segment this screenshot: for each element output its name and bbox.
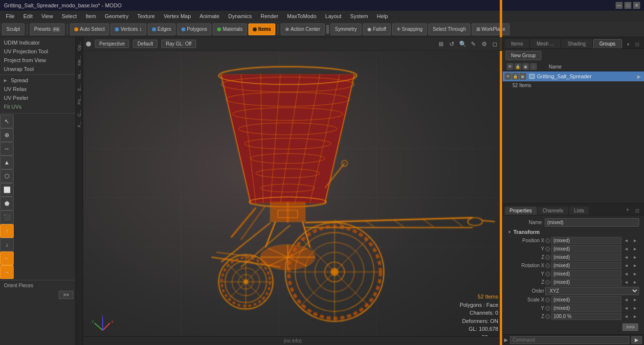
tool-hex[interactable]: ⬡ [0, 169, 14, 183]
uv-projection-tool-item[interactable]: UV Projection Tool [0, 47, 75, 56]
order-select[interactable]: XYZ [545, 287, 639, 295]
item-row-spreader[interactable]: 👁 🔒 ▣ Gritting_Salt_Spreader ▶ [503, 71, 644, 82]
scale-y-radio[interactable] [545, 306, 550, 311]
tool-up[interactable]: ↑ [0, 224, 14, 238]
viewport-icon-1[interactable]: ⊞ [437, 40, 445, 48]
spread-item[interactable]: ▶Spread [0, 76, 75, 85]
menu-layout[interactable]: Layout [321, 12, 345, 20]
tool-down[interactable]: ↓ [0, 238, 14, 252]
menu-vertex-map[interactable]: Vertex Map [160, 12, 195, 20]
position-y-dec[interactable]: ▸ [631, 246, 639, 252]
scale-z-inc[interactable]: ◂ [622, 313, 630, 320]
polygons-button[interactable]: Polygons [177, 23, 211, 35]
strip-label-ve[interactable]: Ve... [76, 69, 82, 81]
select-through-button[interactable]: Select Through [428, 23, 470, 35]
viewport-canvas[interactable]: X Y Z 52 Items Polygons : Face Channels:… [83, 51, 502, 345]
tool-poly[interactable]: ⬟ [0, 197, 14, 210]
tool-left[interactable]: ← [0, 252, 14, 265]
name-input[interactable] [545, 218, 639, 227]
unwrap-tool-item[interactable]: Unwrap Tool [0, 65, 75, 73]
position-x-dec[interactable]: ▸ [631, 237, 639, 244]
viewport-icon-3[interactable]: 🔍 [458, 40, 467, 48]
fit-uvs-item[interactable]: Fit UVs [0, 102, 75, 111]
item-render-icon[interactable]: ▣ [519, 73, 526, 80]
auto-select-button[interactable]: Auto Select [70, 23, 109, 35]
workplane-button[interactable]: ⊞ WorkPlane [472, 23, 510, 35]
ray-gl-button[interactable]: Ray GL: Off [161, 40, 196, 48]
rotation-x-input[interactable] [551, 262, 622, 269]
scale-y-input[interactable] [551, 304, 622, 312]
expand-props-btn[interactable]: ⊡ [632, 207, 642, 215]
menu-help[interactable]: Help [373, 12, 392, 20]
sculpt-button[interactable]: Sculpt [2, 23, 24, 35]
rotation-y-dec[interactable]: ▸ [631, 271, 639, 277]
scale-x-input[interactable] [551, 296, 622, 303]
minimize-button[interactable]: — [616, 2, 622, 9]
rotation-x-radio[interactable] [545, 263, 550, 268]
tool-move[interactable]: ↔ [0, 142, 14, 156]
tab-expand[interactable]: ⊡ [632, 40, 642, 48]
uv-relax-item[interactable]: UV Relax [0, 85, 75, 93]
presets-button[interactable]: Presets F6 [30, 23, 65, 35]
tab-lists[interactable]: Lists [569, 207, 589, 215]
uv-peeler-item[interactable]: UV Peeler [0, 93, 75, 102]
menu-render[interactable]: Render [257, 12, 282, 20]
eye-col-icon[interactable]: 👁 [507, 63, 513, 70]
strip-label-me[interactable]: Me... [76, 54, 82, 68]
items-button[interactable]: Items [248, 23, 275, 35]
tab-channels[interactable]: Channels [538, 207, 568, 215]
position-x-radio[interactable] [545, 238, 550, 243]
menu-item[interactable]: Item [82, 12, 100, 20]
menu-animate[interactable]: Animate [196, 12, 223, 20]
position-z-inc[interactable]: ◂ [622, 254, 630, 260]
tab-groups[interactable]: Groups [593, 39, 622, 48]
rotation-y-input[interactable] [551, 270, 622, 277]
viewport-icon-2[interactable]: ↺ [447, 40, 456, 48]
rotation-z-input[interactable] [551, 278, 622, 286]
position-x-inc[interactable]: ◂ [622, 237, 630, 244]
tab-shading[interactable]: Shading [561, 39, 592, 48]
position-y-inc[interactable]: ◂ [622, 246, 630, 252]
default-button[interactable]: Default [133, 40, 157, 48]
rotation-z-dec[interactable]: ▸ [631, 279, 639, 285]
tool-fill[interactable]: ⬛ [0, 210, 14, 224]
close-button[interactable]: ✕ [633, 2, 640, 9]
tool-rotate[interactable]: ⊕ [0, 128, 14, 142]
tool-rect[interactable]: ⬜ [0, 183, 14, 197]
viewport-icon-6[interactable]: ◻ [490, 40, 499, 48]
item-lock-icon[interactable]: 🔒 [512, 73, 519, 80]
menu-file[interactable]: File [2, 12, 19, 20]
lock-col-icon[interactable]: 🔒 [514, 63, 521, 70]
viewport-icon-4[interactable]: ✎ [469, 40, 478, 48]
udim-indicator-item[interactable]: UDIM Indicator [0, 38, 75, 47]
rotation-x-inc[interactable]: ◂ [622, 262, 630, 269]
rotation-x-dec[interactable]: ▸ [631, 262, 639, 269]
rotation-z-inc[interactable]: ◂ [622, 279, 630, 285]
symmetry-button[interactable]: Symmetry [331, 23, 361, 35]
viewport[interactable]: Perspective Default Ray GL: Off ⊞ ↺ 🔍 ✎ … [83, 37, 502, 345]
menu-texture[interactable]: Texture [133, 12, 159, 20]
expand-btn[interactable]: >> [59, 291, 73, 299]
tool-scale[interactable]: ▲ [0, 156, 14, 169]
scale-z-dec[interactable]: ▸ [631, 313, 639, 320]
maximize-button[interactable]: □ [624, 2, 631, 9]
scale-x-dec[interactable]: ▸ [631, 297, 639, 303]
position-y-input[interactable] [551, 245, 622, 253]
rotation-z-radio[interactable] [545, 280, 550, 285]
strip-label-f[interactable]: F... [76, 119, 82, 129]
tab-properties[interactable]: Properties [505, 207, 537, 215]
render-col-icon[interactable]: ▣ [522, 63, 529, 70]
action-center-button[interactable]: ⊕ Action Center [281, 23, 325, 35]
rotation-y-radio[interactable] [545, 272, 550, 276]
item-expand-btn[interactable]: ▶ [636, 74, 642, 79]
item-eye-icon[interactable]: 👁 [505, 73, 511, 80]
tool-right[interactable]: → [0, 265, 14, 279]
strip-label-op[interactable]: Op... [76, 39, 82, 53]
scale-z-input[interactable] [551, 313, 622, 320]
rotation-y-inc[interactable]: ◂ [622, 271, 630, 277]
scale-y-inc[interactable]: ◂ [622, 305, 630, 311]
add-tab-btn[interactable]: + [623, 205, 632, 215]
tab-items[interactable]: Items [505, 39, 529, 48]
scale-x-radio[interactable] [545, 298, 550, 302]
position-z-dec[interactable]: ▸ [631, 254, 639, 260]
